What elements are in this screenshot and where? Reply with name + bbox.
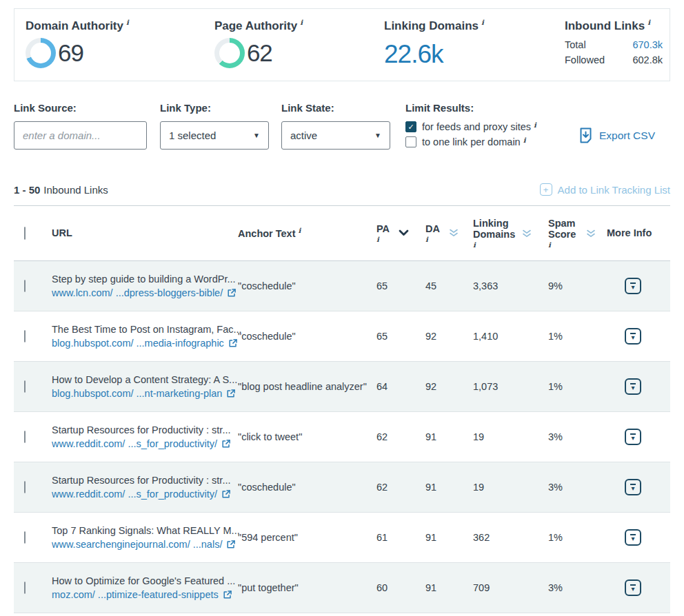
expand-row-icon: ▾ (630, 534, 635, 542)
page-authority-donut (214, 38, 245, 68)
link-url[interactable]: blog.hubspot.com/ ...media-infographic (52, 338, 238, 349)
row-checkbox[interactable] (24, 481, 26, 493)
expand-row-icon: ▾ (630, 484, 635, 491)
info-icon[interactable]: i (473, 241, 513, 249)
more-info-button[interactable]: ▾ (625, 579, 641, 596)
da-value: 92 (425, 381, 473, 392)
feeds-proxy-option[interactable]: ✓ for feeds and proxy sites i (405, 121, 564, 133)
table-header: URL Anchor Texti PAi DAi Linking Domains… (14, 206, 670, 261)
link-type-select[interactable]: 1 selected ▼ (160, 121, 269, 150)
column-header-linking-domains[interactable]: Linking Domainsi (473, 218, 548, 249)
da-value: 91 (425, 431, 473, 442)
external-link-icon[interactable] (226, 389, 236, 398)
inbound-links-table: URL Anchor Texti PAi DAi Linking Domains… (14, 205, 670, 613)
more-info-button[interactable]: ▾ (625, 278, 641, 294)
info-icon[interactable]: i (300, 19, 303, 26)
link-state-select[interactable]: active ▼ (281, 121, 390, 150)
table-row: Startup Resources for Productivity : str… (14, 412, 670, 462)
info-icon[interactable]: i (425, 236, 440, 244)
anchor-text: "click to tweet" (238, 431, 376, 442)
da-value: 91 (425, 532, 473, 543)
link-state-label: Link State: (281, 102, 405, 114)
link-title: Step by step guide to building a WordPr.… (52, 274, 238, 285)
info-icon[interactable]: i (647, 19, 650, 26)
link-url[interactable]: www.lcn.com/ ...dpress-bloggers-bible/ (52, 287, 238, 298)
info-icon[interactable]: i (376, 236, 390, 244)
link-url[interactable]: moz.com/ ...ptimize-featured-snippets (52, 589, 238, 600)
table-row: How to Develop a Content Strategy: A S..… (14, 362, 670, 412)
column-header-url[interactable]: URL (52, 227, 238, 239)
info-icon[interactable]: i (481, 19, 484, 26)
link-title: The Best Time to Post on Instagram, Fac.… (52, 324, 238, 335)
feeds-proxy-checkbox[interactable]: ✓ (405, 121, 416, 132)
column-header-anchor-text[interactable]: Anchor Texti (238, 227, 376, 240)
link-url[interactable]: www.reddit.com/ ...s_for_productivity/ (52, 489, 238, 500)
more-info-button[interactable]: ▾ (625, 529, 641, 546)
link-type-label: Link Type: (160, 102, 281, 114)
info-icon[interactable]: i (548, 241, 577, 249)
info-icon[interactable]: i (126, 19, 129, 26)
sort-icon[interactable] (522, 229, 532, 238)
external-link-icon[interactable] (221, 489, 231, 499)
more-info-button[interactable]: ▾ (625, 328, 641, 345)
row-checkbox[interactable] (24, 380, 26, 393)
row-checkbox[interactable] (24, 280, 26, 292)
more-info-button[interactable]: ▾ (625, 479, 641, 495)
add-to-link-tracking-button[interactable]: + Add to Link Tracking List (540, 183, 670, 196)
anchor-text: "put together" (238, 582, 376, 593)
link-source-input[interactable] (14, 121, 147, 150)
link-title: How to Develop a Content Strategy: A S..… (52, 374, 238, 385)
external-link-icon[interactable] (228, 338, 238, 348)
da-value: 45 (425, 280, 473, 291)
sort-desc-icon[interactable] (399, 229, 409, 236)
more-info-button[interactable]: ▾ (625, 378, 641, 395)
column-header-spam-score[interactable]: Spam Scorei (548, 218, 607, 249)
column-header-da[interactable]: DAi (425, 223, 473, 243)
expand-row-icon: ▾ (630, 433, 635, 441)
spam-score-value: 1% (548, 381, 607, 392)
column-header-pa[interactable]: PAi (376, 223, 425, 243)
page-authority-label: Page Authority (214, 19, 297, 32)
row-checkbox[interactable] (24, 330, 26, 342)
external-link-icon[interactable] (223, 590, 232, 599)
row-checkbox[interactable] (24, 582, 26, 594)
spam-score-value: 9% (548, 280, 607, 291)
link-title: Top 7 Ranking Signals: What REALLY M... (52, 525, 238, 536)
total-value[interactable]: 670.3k (632, 39, 663, 50)
select-all-checkbox[interactable] (24, 227, 26, 240)
more-info-button[interactable]: ▾ (625, 429, 641, 445)
row-checkbox[interactable] (24, 531, 26, 544)
linking-domains-value: 19 (473, 482, 548, 493)
table-row: Top 7 Ranking Signals: What REALLY M... … (14, 513, 670, 563)
results-count: 1 - 50Inbound Links (14, 184, 108, 196)
one-link-per-domain-option[interactable]: ✓ to one link per domain i (405, 136, 564, 148)
spam-score-value: 1% (548, 532, 607, 543)
pa-value: 60 (376, 582, 425, 593)
info-icon[interactable]: i (299, 227, 301, 234)
link-url[interactable]: www.searchenginejournal.com/ ...nals/ (52, 539, 238, 550)
export-csv-icon (579, 127, 593, 144)
spam-score-value: 3% (548, 431, 607, 442)
link-type-value: 1 selected (169, 130, 216, 141)
domain-authority-metric: Domain Authorityi 69 (26, 19, 214, 74)
sort-icon[interactable] (449, 229, 459, 237)
link-url[interactable]: blog.hubspot.com/ ...nt-marketing-plan (52, 388, 238, 399)
linking-domains-value: 1,073 (473, 381, 548, 392)
caret-down-icon: ▼ (374, 132, 381, 139)
link-url[interactable]: www.reddit.com/ ...s_for_productivity/ (52, 438, 238, 449)
one-link-per-domain-checkbox[interactable]: ✓ (405, 136, 416, 147)
external-link-icon[interactable] (227, 288, 237, 298)
linking-domains-value[interactable]: 22.6k (384, 40, 565, 69)
linking-domains-value: 3,363 (473, 280, 548, 291)
spam-score-value: 3% (548, 482, 607, 493)
external-link-icon[interactable] (226, 540, 236, 549)
caret-down-icon: ▼ (253, 132, 260, 139)
external-link-icon[interactable] (221, 439, 231, 449)
info-icon[interactable]: i (523, 136, 526, 144)
table-row: How to Optimize for Google's Featured ..… (14, 563, 670, 613)
info-icon[interactable]: i (534, 121, 536, 129)
row-checkbox[interactable] (24, 431, 26, 443)
export-csv-button[interactable]: Export CSV (579, 127, 655, 144)
feeds-proxy-label: for feeds and proxy sites (422, 121, 531, 133)
sort-icon[interactable] (586, 229, 596, 238)
